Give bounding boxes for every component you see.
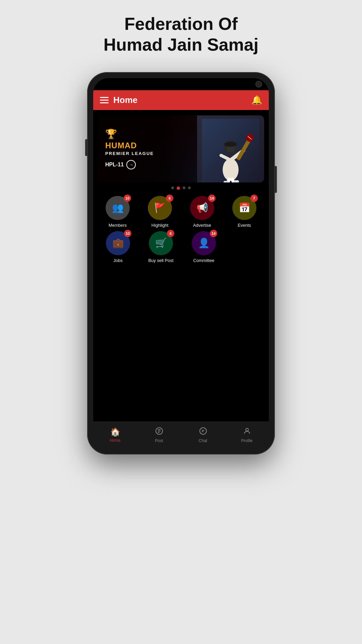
header-left: Home <box>100 95 137 105</box>
app-header: Home 🔔 <box>93 90 269 110</box>
committee-icon-wrap: 👤 14 <box>192 231 216 255</box>
nav-item-home[interactable]: 🏠 Home <box>93 427 137 443</box>
jobs-badge: 10 <box>124 230 131 237</box>
grid-item-highlight[interactable]: 🚩 6 Highlight <box>143 196 176 228</box>
phone-screen: Home 🔔 🏆 HUMAD PREMIER LEAGUE HPL-11 → <box>93 78 269 448</box>
members-icon-wrap: 👥 10 <box>106 196 130 220</box>
banner-subtitle: PREMIER LEAGUE <box>105 151 154 156</box>
grid-section: 👥 10 Members 🚩 6 Highlight <box>93 193 269 270</box>
banner-hpl-row: HPL-11 → <box>105 160 154 169</box>
highlight-label: Highlight <box>152 223 169 228</box>
events-label: Events <box>238 223 251 228</box>
grid-item-jobs[interactable]: 💼 10 Jobs <box>101 231 135 263</box>
post-nav-icon <box>155 427 163 437</box>
members-label: Members <box>109 223 127 228</box>
svg-point-3 <box>224 142 237 147</box>
home-nav-label: Home <box>110 438 120 443</box>
jobs-label: Jobs <box>113 258 122 263</box>
committee-badge: 14 <box>210 230 217 237</box>
home-nav-icon: 🏠 <box>110 427 120 437</box>
svg-point-21 <box>246 428 248 431</box>
advertise-label: Advertise <box>193 223 211 228</box>
grid-item-buysell[interactable]: 🛒 6 Buy sell Post <box>144 231 178 263</box>
page-wrapper: Federation Of Humad Jain Samaj Home 🔔 <box>0 13 362 454</box>
highlight-icon-wrap: 🚩 6 <box>148 196 172 220</box>
grid-item-committee[interactable]: 👤 14 Committee <box>187 231 221 263</box>
advertise-badge: 14 <box>208 195 216 202</box>
status-bar <box>93 78 269 90</box>
notification-bell-icon[interactable]: 🔔 <box>251 95 262 105</box>
chat-nav-icon <box>199 427 207 437</box>
dot-1[interactable] <box>171 186 174 189</box>
grid-item-advertise[interactable]: 📢 14 Advertise <box>186 196 219 228</box>
svg-rect-10 <box>224 181 229 182</box>
promo-banner[interactable]: 🏆 HUMAD PREMIER LEAGUE HPL-11 → <box>98 115 264 182</box>
banner-player-image <box>197 115 264 182</box>
post-nav-label: Post <box>155 438 163 443</box>
members-badge: 10 <box>124 195 131 202</box>
page-title: Federation Of Humad Jain Samaj <box>104 13 258 55</box>
camera-dot <box>255 81 262 88</box>
bottom-navigation: 🏠 Home Post <box>93 422 269 448</box>
events-badge: 7 <box>250 195 258 202</box>
banner-arrow-button[interactable]: → <box>126 160 136 169</box>
events-icon-wrap: 📅 7 <box>232 196 256 220</box>
svg-point-18 <box>200 428 206 434</box>
buysell-icon-wrap: 🛒 6 <box>149 231 173 255</box>
grid-item-events[interactable]: 📅 7 Events <box>228 196 261 228</box>
carousel-dots <box>93 186 269 190</box>
dot-2-active[interactable] <box>177 186 180 190</box>
menu-button[interactable] <box>100 97 109 103</box>
dot-3[interactable] <box>183 186 185 189</box>
nav-item-profile[interactable]: Profile <box>225 427 269 443</box>
buysell-label: Buy sell Post <box>148 258 173 263</box>
advertise-icon-wrap: 📢 14 <box>190 196 214 220</box>
trophy-icon: 🏆 <box>105 128 154 140</box>
svg-rect-11 <box>234 180 239 182</box>
chat-nav-label: Chat <box>199 438 207 443</box>
buysell-badge: 6 <box>167 230 174 237</box>
banner-text: 🏆 HUMAD PREMIER LEAGUE HPL-11 → <box>98 122 161 176</box>
nav-item-post[interactable]: Post <box>137 427 181 443</box>
header-title: Home <box>113 95 137 105</box>
profile-nav-label: Profile <box>241 438 252 443</box>
profile-nav-icon <box>243 427 251 437</box>
grid-row-1: 👥 10 Members 🚩 6 Highlight <box>98 196 264 228</box>
app-content: 🏆 HUMAD PREMIER LEAGUE HPL-11 → <box>93 110 269 422</box>
jobs-icon-wrap: 💼 10 <box>106 231 130 255</box>
grid-row-2: 💼 10 Jobs 🛒 6 Buy sell Post <box>98 231 264 263</box>
grid-item-members[interactable]: 👥 10 Members <box>101 196 134 228</box>
committee-label: Committee <box>193 258 215 263</box>
svg-rect-4 <box>227 147 235 152</box>
phone-device: Home 🔔 🏆 HUMAD PREMIER LEAGUE HPL-11 → <box>87 72 275 454</box>
power-button <box>275 166 277 193</box>
banner-brand: HUMAD <box>105 141 154 150</box>
nav-item-chat[interactable]: Chat <box>181 427 225 443</box>
highlight-badge: 6 <box>166 195 173 202</box>
banner-badge-text: HPL-11 <box>105 162 124 168</box>
volume-button <box>85 139 87 156</box>
dot-4[interactable] <box>188 186 191 189</box>
